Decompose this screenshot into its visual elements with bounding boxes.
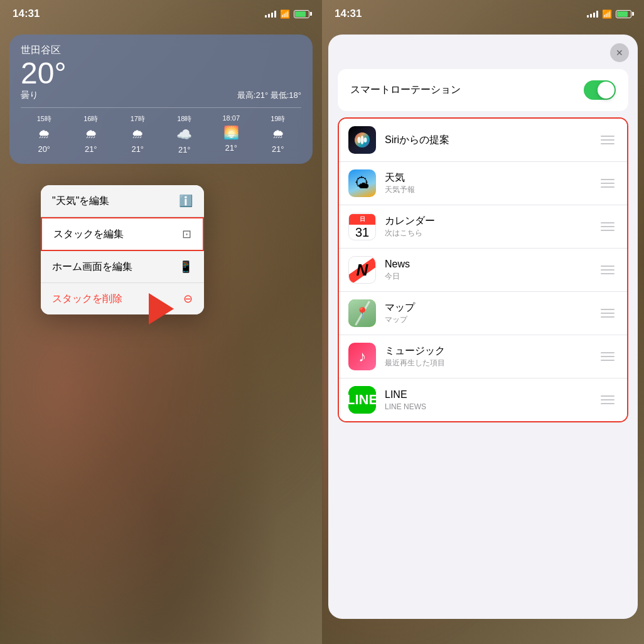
battery-icon-right: [616, 10, 631, 18]
close-button[interactable]: ✕: [610, 43, 629, 62]
weather-desc-row: 曇り 最高:21° 最低:18°: [21, 90, 301, 101]
stack-editor-panel: ✕ スマートローテーション: [328, 35, 638, 619]
battery-icon: [294, 10, 309, 18]
news-app-icon: N: [348, 256, 376, 284]
line-app-subtitle: LINE NEWS: [385, 402, 598, 411]
context-menu: "天気"を編集 ℹ️ スタックを編集 ⊡ ホーム画面を編集 📱 スタックを削除 …: [41, 185, 204, 314]
wifi-icon: 📶: [280, 9, 290, 19]
calendar-app-subtitle: 次はこちら: [385, 228, 598, 239]
maps-app-subtitle: マップ: [385, 314, 598, 325]
hour-item-3: 18時 ☁️ 21°: [161, 114, 208, 154]
weather-location: 世田谷区: [21, 44, 301, 57]
home-icon: 📱: [179, 260, 193, 274]
maps-app-name: マップ: [385, 301, 598, 313]
menu-edit-stack-label: スタックを編集: [53, 228, 124, 241]
weather-app-text: 天気 天気予報: [385, 171, 598, 195]
weather-drag-handle[interactable]: [598, 176, 618, 191]
signal-icon-right: [587, 10, 598, 18]
news-drag-handle[interactable]: [598, 262, 618, 277]
music-app-subtitle: 最近再生した項目: [385, 358, 598, 368]
maps-app-icon: 📍: [348, 299, 376, 327]
smart-rotation-label: スマートローテーション: [350, 83, 461, 97]
menu-item-edit-home[interactable]: ホーム画面を編集 📱: [41, 251, 204, 283]
news-app-subtitle: 今日: [385, 271, 598, 282]
app-item-calendar[interactable]: 日 31 カレンダー 次はこちら: [339, 205, 627, 249]
status-time-left: 14:31: [13, 8, 40, 20]
maps-drag-handle[interactable]: [598, 306, 618, 321]
app-item-news[interactable]: N News 今日: [339, 249, 627, 292]
line-app-text: LINE LINE NEWS: [385, 389, 598, 411]
weather-range: 最高:21° 最低:18°: [237, 90, 301, 101]
music-app-text: ミュージック 最近再生した項目: [385, 345, 598, 368]
siri-drag-handle[interactable]: [598, 132, 618, 148]
weather-app-icon: 🌤: [348, 169, 376, 197]
weather-widget: 世田谷区 20° 曇り 最高:21° 最低:18° 15時 🌧 20° 16時 …: [9, 35, 313, 164]
line-drag-handle[interactable]: [598, 392, 618, 407]
app-item-weather[interactable]: 🌤 天気 天気予報: [339, 162, 627, 205]
siri-app-name: Siriからの提案: [385, 134, 598, 146]
weather-condition: 曇り: [21, 90, 38, 101]
status-time-right: 14:31: [335, 8, 362, 20]
hour-item-0: 15時 🌧 20°: [21, 114, 68, 154]
weather-hourly: 15時 🌧 20° 16時 🌧 21° 17時 🌧 21° 18時 ☁️ 21°…: [21, 107, 301, 154]
smart-rotation-row: スマートローテーション: [338, 69, 628, 111]
svg-point-2: [361, 136, 364, 144]
red-arrow-icon: [149, 293, 174, 325]
calendar-app-text: カレンダー 次はこちら: [385, 215, 598, 239]
svg-point-3: [364, 137, 367, 142]
siri-app-icon: [348, 126, 376, 154]
menu-edit-home-label: ホーム画面を編集: [52, 260, 132, 274]
stack-icon: ⊡: [182, 227, 191, 241]
wifi-icon-right: 📶: [602, 9, 612, 19]
siri-app-text: Siriからの提案: [385, 134, 598, 146]
music-drag-handle[interactable]: [598, 349, 618, 364]
menu-edit-weather-label: "天気"を編集: [52, 195, 109, 208]
arrow-indicator: [149, 293, 174, 325]
left-panel: 14:31 📶 世田谷区 20° 曇り 最高:21° 最低:18° 15時 🌧: [0, 0, 322, 644]
hour-item-2: 17時 🌧 21°: [114, 114, 161, 154]
hour-item-4: 18:07 🌅 21°: [208, 114, 255, 154]
hour-item-1: 16時 🌧 21°: [68, 114, 115, 154]
app-item-maps[interactable]: 📍 マップ マップ: [339, 292, 627, 335]
menu-item-edit-stack[interactable]: スタックを編集 ⊡: [41, 217, 204, 251]
calendar-app-icon: 日 31: [348, 213, 376, 240]
line-app-icon: LINE: [348, 386, 376, 414]
delete-icon: ⊖: [183, 292, 193, 306]
maps-app-text: マップ マップ: [385, 301, 598, 325]
smart-rotation-toggle[interactable]: [584, 80, 616, 100]
news-app-text: News 今日: [385, 258, 598, 282]
app-item-siri[interactable]: Siriからの提案: [339, 119, 627, 162]
info-icon: ℹ️: [179, 194, 193, 208]
status-icons-right: 📶: [587, 9, 631, 19]
right-panel: 14:31 📶 ✕ スマートローテーション: [322, 0, 644, 644]
music-app-icon: ♪: [348, 343, 376, 370]
calendar-app-name: カレンダー: [385, 215, 598, 227]
calendar-drag-handle[interactable]: [598, 219, 618, 234]
status-bar-right: 14:31 📶: [322, 0, 644, 28]
app-list: Siriからの提案 🌤 天気 天気予報: [338, 117, 628, 422]
hour-item-5: 19時 🌧 21°: [255, 114, 302, 154]
weather-app-name: 天気: [385, 171, 598, 183]
music-app-name: ミュージック: [385, 345, 598, 357]
weather-app-subtitle: 天気予報: [385, 185, 598, 195]
line-app-name: LINE: [385, 389, 598, 400]
status-bar-left: 14:31 📶: [0, 0, 322, 28]
menu-item-edit-weather[interactable]: "天気"を編集 ℹ️: [41, 185, 204, 217]
toggle-knob: [598, 82, 614, 99]
news-app-name: News: [385, 258, 598, 270]
app-item-line[interactable]: LINE LINE LINE NEWS: [339, 378, 627, 421]
app-item-music[interactable]: ♪ ミュージック 最近再生した項目: [339, 335, 627, 378]
status-icons-left: 📶: [265, 9, 309, 19]
menu-delete-stack-label: スタックを削除: [52, 292, 122, 306]
weather-temp: 20°: [21, 58, 301, 89]
signal-icon: [265, 10, 276, 18]
svg-point-1: [358, 137, 361, 143]
menu-item-delete-stack[interactable]: スタックを削除 ⊖: [41, 283, 204, 314]
